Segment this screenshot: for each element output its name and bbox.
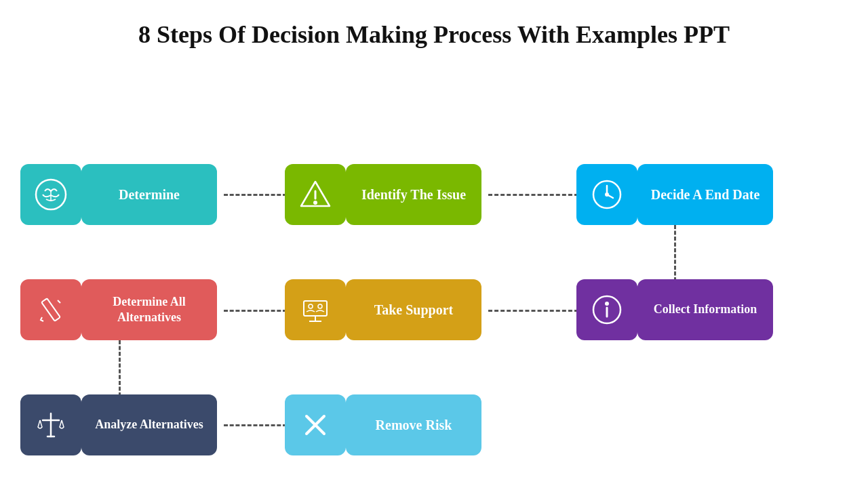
step-alternatives: Determine All Alternatives [20,279,217,340]
step5-icon-box [285,279,346,340]
step7-icon-box [20,394,81,455]
step-decide-date: Decide A End Date [576,164,773,225]
svg-point-14 [309,304,313,308]
step8-icon-box [285,394,346,455]
step6-icon-box [576,279,637,340]
page-title: 8 Steps Of Decision Making Process With … [0,0,868,62]
step3-icon-box [576,164,637,225]
step-identify: Identify The Issue [285,164,481,225]
step4-icon-box [20,279,81,340]
diagram-area: Determine Identify The Issue Decide A En… [0,62,868,449]
step8-label: Remove Risk [346,394,481,455]
connector-1-2 [224,194,287,196]
step3-label: Decide A End Date [637,164,773,225]
step-support: Take Support [285,279,481,340]
connector-4-5 [224,310,287,312]
connector-7-8 [224,424,287,426]
warning-icon [297,176,334,213]
step-determine: Determine [20,164,217,225]
svg-point-4 [314,201,317,204]
connector-2-3 [488,194,578,196]
step7-label: Analyze Alternatives [81,394,217,455]
step1-icon-box [20,164,81,225]
svg-line-10 [58,300,60,303]
step2-icon-box [285,164,346,225]
svg-point-8 [606,193,608,196]
clock-icon [589,176,625,213]
svg-rect-11 [304,301,327,316]
step2-label: Identify The Issue [346,164,481,225]
scale-icon [33,407,69,443]
svg-rect-9 [41,298,60,321]
brain-icon [33,176,69,213]
pencil-icon [33,291,69,328]
info-icon [589,291,625,328]
connector-5-6 [488,310,578,312]
step-remove-risk: Remove Risk [285,394,481,455]
team-icon [297,291,334,328]
step-collect-info: Collect Information [576,279,773,340]
step1-label: Determine [81,164,217,225]
svg-point-17 [606,302,608,305]
connector-4-7 [119,340,121,396]
connector-3-6 [674,225,676,281]
step4-label: Determine All Alternatives [81,279,217,340]
cross-icon [297,407,334,443]
step6-label: Collect Information [637,279,773,340]
step-analyze: Analyze Alternatives [20,394,217,455]
step5-label: Take Support [346,279,481,340]
svg-point-15 [318,304,322,308]
